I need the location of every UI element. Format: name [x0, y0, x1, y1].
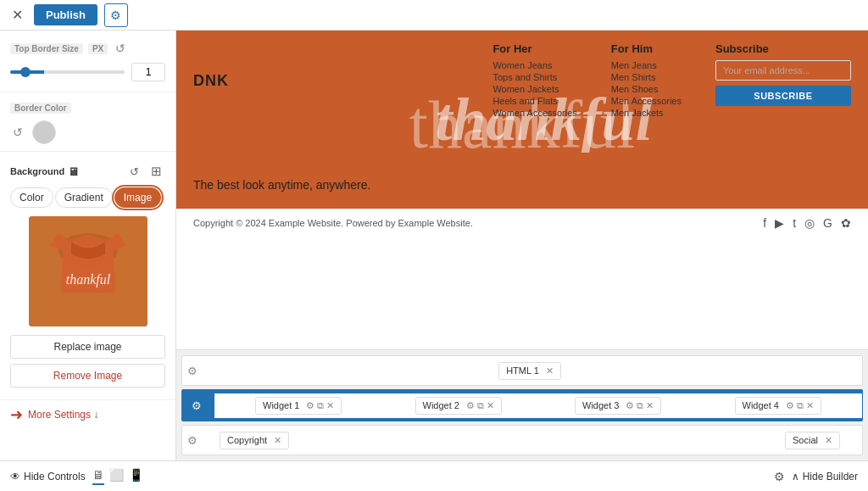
- tablet-icon[interactable]: ⬜: [109, 468, 124, 485]
- site-footer: Copyright © 2024 Example Website. Powere…: [176, 209, 868, 237]
- html-row-gear-icon[interactable]: ⚙: [187, 365, 198, 377]
- widget-4-gear-icon[interactable]: ⚙: [786, 400, 794, 411]
- for-her-heading: For Her: [492, 42, 576, 55]
- youtube-icon: ▶: [775, 216, 784, 230]
- gradient-tab[interactable]: Gradient: [55, 187, 113, 208]
- subscribe-button[interactable]: SUBSCRIBE: [715, 86, 851, 106]
- svg-text:thankful: thankful: [65, 272, 110, 287]
- nav-bar: DNK For Her Women Jeans Tops and Shirts …: [176, 31, 868, 131]
- for-him-list: Men Jeans Men Shirts Men Shoes Men Acces…: [611, 60, 682, 118]
- widget-4-actions: ⚙ ⧉ ✕: [786, 400, 814, 411]
- arrow-right-icon: ➜: [10, 405, 23, 424]
- hide-builder-button[interactable]: ∧ Hide Builder: [792, 471, 858, 483]
- remove-image-button[interactable]: Remove Image: [10, 364, 165, 388]
- footer-row-gear-icon[interactable]: ⚙: [187, 434, 198, 447]
- color-tab[interactable]: Color: [10, 187, 53, 208]
- html-row-content: HTML 1 ✕: [203, 362, 857, 380]
- replace-image-button[interactable]: Replace image: [10, 335, 165, 359]
- social-chip-actions: ✕: [825, 435, 832, 446]
- widget-2-gear-icon[interactable]: ⚙: [466, 400, 475, 411]
- footer-builder-row: ⚙ Copyright ✕ Social ✕: [181, 425, 863, 455]
- widget-1-label: Widget 1: [263, 400, 299, 410]
- copyright-close-icon[interactable]: ✕: [274, 435, 281, 446]
- widget-1-gear-icon[interactable]: ⚙: [306, 400, 314, 411]
- list-item: Men Accessories: [611, 96, 682, 106]
- unit-badge: PX: [88, 43, 108, 54]
- widget-4-chip: Widget 4 ⚙ ⧉ ✕: [735, 397, 821, 415]
- list-item: Tops and Shirts: [492, 72, 576, 82]
- top-border-reset-button[interactable]: ↺: [113, 41, 128, 56]
- desktop-icon[interactable]: 🖥: [92, 468, 104, 485]
- widget-3-label: Widget 3: [582, 400, 619, 410]
- for-him-heading: For Him: [611, 42, 682, 55]
- copyright-chip-label: Copyright: [227, 435, 267, 445]
- list-item: Women Accessories: [492, 108, 576, 118]
- border-color-reset-button[interactable]: ↺: [10, 125, 25, 140]
- bottom-right: ⚙ ∧ Hide Builder: [774, 470, 858, 483]
- google-icon: G: [823, 216, 832, 230]
- more-settings-row[interactable]: ➜ More Settings ↓: [0, 400, 175, 429]
- site-logo: DNK: [193, 72, 229, 90]
- list-item: Men Shoes: [611, 84, 682, 94]
- widget-1-close-icon[interactable]: ✕: [326, 400, 334, 411]
- html-1-chip: HTML 1 ✕: [498, 362, 561, 380]
- site-header: DNK For Her Women Jeans Tops and Shirts …: [176, 31, 868, 209]
- widget-row-gear-icon[interactable]: ⚙: [192, 399, 202, 412]
- widget-chips-row: Widget 1 ⚙ ⧉ ✕ Widget 2 ⚙ ⧉ ✕: [214, 393, 862, 418]
- widget-1-copy-icon[interactable]: ⧉: [317, 400, 324, 411]
- list-item: Women Jeans: [492, 60, 576, 70]
- background-section: Background 🖥 ↺ ⊞ Color Gradient Image: [0, 152, 175, 400]
- background-reset-button[interactable]: ↺: [125, 162, 143, 181]
- top-border-size-section: Top Border Size PX ↺ 1: [0, 31, 175, 92]
- publish-button[interactable]: Publish: [34, 4, 97, 25]
- hide-controls-button[interactable]: 👁 Hide Controls: [10, 471, 86, 483]
- border-color-swatch[interactable]: [32, 120, 56, 144]
- top-border-slider[interactable]: [10, 70, 125, 74]
- widget-3-close-icon[interactable]: ✕: [646, 400, 654, 411]
- instagram-icon: ◎: [804, 216, 815, 230]
- nav-columns: For Her Women Jeans Tops and Shirts Wome…: [492, 42, 851, 120]
- subscribe-heading: Subscribe: [715, 42, 851, 55]
- widget-3-chip: Widget 3 ⚙ ⧉ ✕: [575, 397, 661, 415]
- widget-2-close-icon[interactable]: ✕: [487, 400, 494, 411]
- eye-icon: 👁: [10, 471, 20, 483]
- background-actions: ↺ ⊞: [125, 162, 165, 181]
- bottom-gear-icon[interactable]: ⚙: [774, 470, 785, 483]
- image-preview: thankful: [29, 216, 147, 326]
- top-bar: ✕ Publish ⚙: [0, 0, 868, 31]
- facebook-icon: f: [763, 216, 766, 230]
- widget-1-chip: Widget 1 ⚙ ⧉ ✕: [255, 397, 342, 415]
- widget-3-actions: ⚙ ⧉ ✕: [626, 400, 654, 411]
- chevron-up-icon: ∧: [792, 471, 799, 483]
- background-label: Background 🖥: [10, 165, 79, 178]
- html-close-icon[interactable]: ✕: [546, 365, 554, 377]
- widget-1-actions: ⚙ ⧉ ✕: [306, 400, 334, 411]
- main-area: Top Border Size PX ↺ 1 Border Color ↺: [0, 31, 868, 460]
- social-close-icon[interactable]: ✕: [825, 435, 832, 446]
- close-button[interactable]: ✕: [7, 5, 27, 25]
- background-grid-button[interactable]: ⊞: [147, 162, 165, 181]
- widget-builder-row: ⚙ Widget 1 ⚙ ⧉ ✕ Widget 2 ⚙: [181, 389, 863, 421]
- top-border-input[interactable]: 1: [131, 63, 165, 81]
- background-tabs: Color Gradient Image: [10, 187, 165, 208]
- html-chip-actions: ✕: [546, 365, 554, 377]
- list-item: Heels and Flats: [492, 96, 576, 106]
- widget-2-copy-icon[interactable]: ⧉: [477, 400, 484, 411]
- html-builder-row: ⚙ HTML 1 ✕: [181, 355, 863, 386]
- widget-3-gear-icon[interactable]: ⚙: [626, 400, 634, 411]
- settings-button[interactable]: ⚙: [104, 3, 128, 27]
- top-border-size-label: Top Border Size PX ↺: [10, 41, 165, 56]
- widget-3-copy-icon[interactable]: ⧉: [637, 400, 643, 411]
- mobile-icon[interactable]: 📱: [129, 468, 143, 485]
- widget-4-label: Widget 4: [743, 400, 779, 410]
- yelp-icon: ✿: [841, 216, 851, 230]
- footer-row-content: Copyright ✕ Social ✕: [203, 432, 857, 449]
- bottom-left: 👁 Hide Controls 🖥 ⬜ 📱: [10, 468, 143, 485]
- widget-4-close-icon[interactable]: ✕: [806, 400, 814, 411]
- image-tab[interactable]: Image: [114, 187, 161, 208]
- device-icons: 🖥 ⬜ 📱: [92, 468, 143, 485]
- monitor-icon: 🖥: [68, 165, 79, 178]
- background-header: Background 🖥 ↺ ⊞: [10, 162, 165, 181]
- twitter-icon: t: [793, 216, 796, 230]
- widget-4-copy-icon[interactable]: ⧉: [797, 400, 804, 411]
